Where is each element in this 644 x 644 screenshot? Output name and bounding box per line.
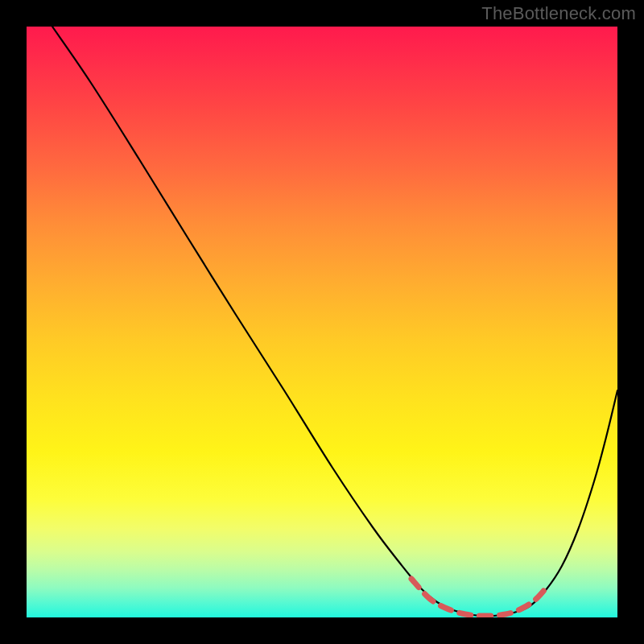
chart-svg [27, 27, 617, 617]
plot-area [27, 27, 617, 617]
watermark-text: TheBottleneck.com [481, 3, 636, 24]
optimal-region-dash [411, 579, 548, 616]
chart-container: TheBottleneck.com [0, 0, 644, 644]
bottleneck-curve [52, 27, 617, 616]
